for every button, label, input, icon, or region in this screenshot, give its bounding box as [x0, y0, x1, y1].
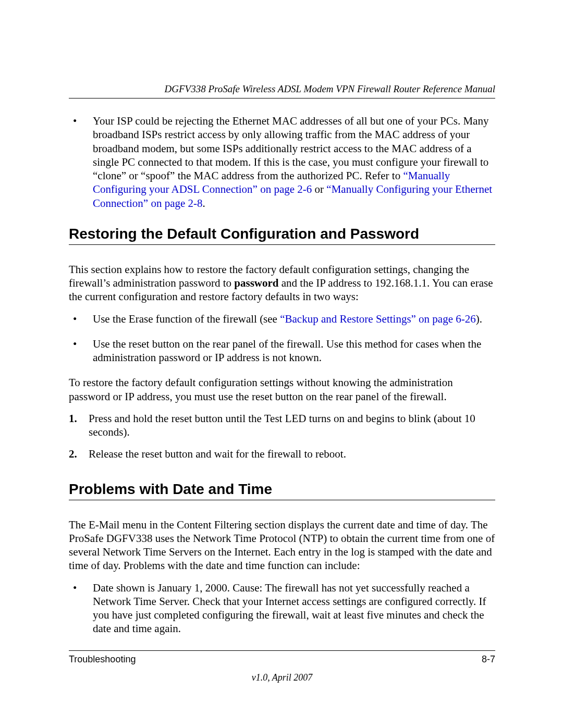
footer-row: Troubleshooting 8-7: [69, 654, 495, 665]
bullet-marker: •: [69, 312, 93, 326]
footer-section-name: Troubleshooting: [69, 654, 136, 665]
step-1: 1. Press and hold the reset button until…: [69, 412, 495, 439]
bullet-marker: •: [69, 114, 93, 210]
section1-intro: This section explains how to restore the…: [69, 263, 495, 304]
step-number: 2.: [69, 447, 89, 461]
running-header: DGFV338 ProSafe Wireless ADSL Modem VPN …: [69, 83, 495, 95]
section1-bullet-1: • Use the Erase function of the firewall…: [69, 312, 495, 326]
step-text: Press and hold the reset button until th…: [89, 412, 495, 439]
text-segment: or: [312, 183, 326, 195]
page: DGFV338 ProSafe Wireless ADSL Modem VPN …: [0, 0, 563, 728]
heading-rule: [69, 500, 495, 500]
footer-rule: [69, 650, 495, 651]
bullet-text: Use the Erase function of the firewall (…: [93, 312, 495, 326]
footer-page-number: 8-7: [482, 654, 495, 665]
heading-date-time: Problems with Date and Time: [69, 481, 495, 498]
header-rule: [69, 98, 495, 98]
page-footer: Troubleshooting 8-7 v1.0, April 2007: [69, 650, 495, 683]
text-bold-password: password: [234, 277, 278, 289]
text-segment: .: [203, 197, 205, 209]
footer-version: v1.0, April 2007: [69, 672, 495, 683]
heading-rule: [69, 244, 495, 245]
section1-bullet-2: • Use the reset button on the rear panel…: [69, 337, 495, 365]
step-number: 1.: [69, 412, 89, 439]
bullet-text: Your ISP could be rejecting the Ethernet…: [93, 114, 495, 210]
bullet-marker: •: [69, 581, 93, 636]
top-bullet: • Your ISP could be rejecting the Ethern…: [69, 114, 495, 210]
text-segment: ).: [476, 313, 482, 325]
heading-restoring-default: Restoring the Default Configuration and …: [69, 226, 495, 242]
bullet-text: Use the reset button on the rear panel o…: [93, 337, 495, 365]
section1-para2: To restore the factory default configura…: [69, 376, 495, 403]
step-text: Release the reset button and wait for th…: [89, 447, 495, 461]
section2-bullet-1: • Date shown is January 1, 2000. Cause: …: [69, 581, 495, 636]
text-segment: Use the Erase function of the firewall (…: [93, 313, 280, 325]
bullet-marker: •: [69, 337, 93, 365]
bullet-text: Date shown is January 1, 2000. Cause: Th…: [93, 581, 495, 636]
link-backup-restore[interactable]: “Backup and Restore Settings” on page 6-…: [280, 313, 476, 325]
section2-para1: The E-Mail menu in the Content Filtering…: [69, 518, 495, 573]
step-2: 2. Release the reset button and wait for…: [69, 447, 495, 461]
